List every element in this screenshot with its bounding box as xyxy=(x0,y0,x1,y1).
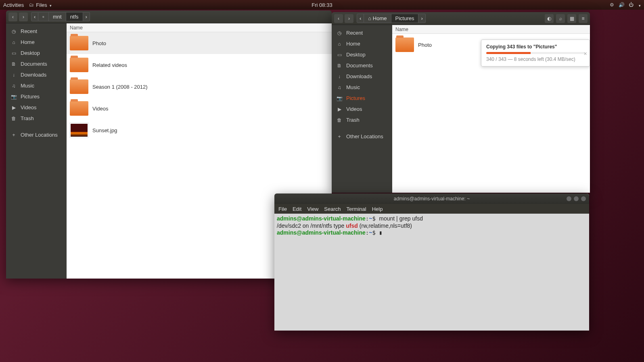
column-header-name[interactable]: Name xyxy=(67,23,332,32)
copy-title: Copying 343 files to "Pictures" xyxy=(486,44,585,50)
sidebar-item-videos[interactable]: ▶Videos xyxy=(6,102,67,113)
item-label: Photo xyxy=(92,40,106,46)
sidebar-item-label: Trash xyxy=(21,115,34,121)
sidebar-item-documents[interactable]: 🗎Documents xyxy=(332,60,392,71)
home-icon: ⌂ xyxy=(337,41,342,47)
window-maximize-button[interactable] xyxy=(574,196,579,201)
menu-edit[interactable]: Edit xyxy=(293,206,301,212)
recent-icon: ◷ xyxy=(337,30,342,36)
window-minimize-button[interactable] xyxy=(567,196,571,201)
sidebar-item-recent[interactable]: ◷Recent xyxy=(332,27,392,38)
folder-icon xyxy=(70,58,88,72)
app-menu-dropdown-icon xyxy=(49,2,52,8)
column-header-name[interactable]: Name xyxy=(392,25,590,34)
path-seg-ntfs[interactable]: ntfs xyxy=(66,12,83,21)
sidebar-item-videos[interactable]: ▶Videos xyxy=(332,104,392,114)
sidebar-item-home[interactable]: ⌂Home xyxy=(6,37,67,48)
sidebar-item-label: Trash xyxy=(346,117,360,123)
item-label: Sunset.jpg xyxy=(92,127,117,133)
path-next-button[interactable]: › xyxy=(83,12,90,21)
path-next-button[interactable]: › xyxy=(418,14,425,23)
power-icon[interactable]: ⏻ xyxy=(628,2,634,8)
terminal-output[interactable]: admins@admins-virtual-machine:~$ mount |… xyxy=(274,214,589,331)
trash-icon: 🗑 xyxy=(337,117,342,123)
path-seg-mnt[interactable]: mnt xyxy=(49,12,66,21)
path-bar: ‹ ⌂ Home Pictures › xyxy=(357,14,426,23)
sidebar-item-trash[interactable]: 🗑Trash xyxy=(332,114,392,125)
desktop-icon: ▭ xyxy=(11,50,17,56)
sidebar-item-desktop[interactable]: ▭Desktop xyxy=(332,49,392,60)
header-bar: ‹ › ‹ ⌂ Home Pictures › ◐ ⌕ ▦ ≡ xyxy=(332,12,590,25)
sidebar-item-label: Desktop xyxy=(346,52,366,58)
progress-indicator-button[interactable]: ◐ xyxy=(545,14,554,23)
menu-view[interactable]: View xyxy=(307,206,318,212)
item-label: Related videos xyxy=(92,62,127,68)
path-up-button[interactable]: ‹ xyxy=(31,12,38,21)
menu-search[interactable]: Search xyxy=(324,206,341,212)
sidebar-item-pictures[interactable]: 📷Pictures xyxy=(6,91,67,102)
path-up-button[interactable]: ‹ xyxy=(357,14,364,23)
path-seg-pictures[interactable]: Pictures xyxy=(391,14,419,23)
sidebar: ◷Recent ⌂Home ▭Desktop 🗎Documents ↓Downl… xyxy=(6,23,67,279)
app-menu[interactable]: 🗂 Files xyxy=(29,2,51,8)
downloads-icon: ↓ xyxy=(11,72,17,78)
path-seg-home[interactable]: ⌂ Home xyxy=(364,14,391,23)
hamburger-menu-button[interactable]: ≡ xyxy=(579,14,588,23)
sidebar-item-home[interactable]: ⌂Home xyxy=(332,38,392,49)
activities-button[interactable]: Activities xyxy=(3,2,24,8)
list-item[interactable]: Related videos xyxy=(67,54,332,76)
system-menu-dropdown-icon[interactable] xyxy=(638,2,641,8)
window-close-button[interactable] xyxy=(581,196,586,201)
forward-button[interactable]: › xyxy=(345,14,353,23)
sidebar-item-trash[interactable]: 🗑Trash xyxy=(6,113,67,124)
folder-icon xyxy=(70,36,88,50)
sidebar-item-documents[interactable]: 🗎Documents xyxy=(6,58,67,69)
sidebar-item-downloads[interactable]: ↓Downloads xyxy=(332,71,392,82)
downloads-icon: ↓ xyxy=(337,74,342,79)
sidebar-item-downloads[interactable]: ↓Downloads xyxy=(6,69,67,80)
sidebar-item-label: Home xyxy=(21,39,35,45)
copy-cancel-button[interactable]: ✕ xyxy=(583,51,587,56)
sidebar-item-recent[interactable]: ◷Recent xyxy=(6,26,67,37)
network-icon[interactable]: ⚙ xyxy=(609,2,615,8)
sidebar-item-other-locations[interactable]: +Other Locations xyxy=(6,129,67,140)
sidebar-item-other-locations[interactable]: +Other Locations xyxy=(332,131,392,142)
list-item[interactable]: Sunset.jpg xyxy=(67,119,332,141)
sidebar-item-desktop[interactable]: ▭Desktop xyxy=(6,48,67,58)
search-button[interactable]: ⌕ xyxy=(556,14,565,23)
sidebar-item-music[interactable]: ♫Music xyxy=(6,80,67,91)
plus-icon: + xyxy=(11,132,17,138)
copy-progress-bar xyxy=(486,52,585,54)
copy-subtitle: 340 / 343 — 8 seconds left (30.4 MB/sec) xyxy=(486,56,585,62)
item-label: Season 1 (2008 - 2012) xyxy=(92,84,148,90)
sidebar-item-label: Music xyxy=(21,83,34,89)
sidebar-item-music[interactable]: ♫Music xyxy=(332,82,392,93)
files-window-pictures: ‹ › ‹ ⌂ Home Pictures › ◐ ⌕ ▦ ≡ ◷Recent … xyxy=(332,12,590,193)
item-label: Videos xyxy=(92,106,109,112)
back-button[interactable]: ‹ xyxy=(334,14,343,23)
view-grid-button[interactable]: ▦ xyxy=(567,14,576,23)
clock[interactable]: Fri 08:33 xyxy=(312,2,332,8)
sidebar-item-label: Desktop xyxy=(21,50,40,56)
app-menu-label: Files xyxy=(36,2,47,8)
sidebar-item-label: Recent xyxy=(346,30,363,36)
trash-icon: 🗑 xyxy=(11,116,17,121)
list-item[interactable]: Photo xyxy=(67,32,332,54)
path-window-button[interactable]: ▫ xyxy=(38,12,49,21)
sidebar-item-label: Documents xyxy=(346,62,373,69)
volume-icon[interactable]: 🔊 xyxy=(619,2,624,8)
menu-terminal[interactable]: Terminal xyxy=(347,206,366,212)
item-label: Photo xyxy=(418,42,432,48)
list-item[interactable]: Videos xyxy=(67,98,332,119)
folder-icon xyxy=(395,37,414,52)
menu-help[interactable]: Help xyxy=(372,206,383,212)
sidebar-item-pictures[interactable]: 📷Pictures xyxy=(332,93,392,104)
back-button[interactable]: ‹ xyxy=(8,12,17,21)
header-bar: ‹ › ‹ ▫ mnt ntfs › xyxy=(6,10,332,23)
sidebar-item-label: Home xyxy=(346,41,360,47)
menu-file[interactable]: File xyxy=(278,206,287,212)
sidebar-item-label: Documents xyxy=(21,61,47,67)
sidebar-item-label: Videos xyxy=(346,106,362,112)
list-item[interactable]: Season 1 (2008 - 2012) xyxy=(67,76,332,98)
forward-button[interactable]: › xyxy=(19,12,28,21)
